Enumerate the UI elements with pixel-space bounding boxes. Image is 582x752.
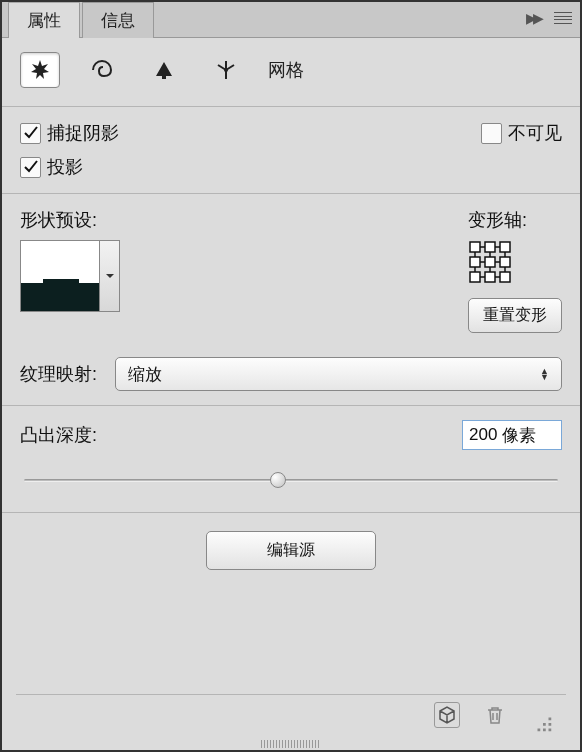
tab-info[interactable]: 信息 xyxy=(82,2,154,38)
deform-axis-grid[interactable] xyxy=(468,240,512,284)
capture-shadow-checkbox[interactable] xyxy=(20,123,41,144)
shape-section: 形状预设: 变形轴: xyxy=(2,194,580,406)
coords-tool-button[interactable] xyxy=(206,52,246,88)
svg-rect-8 xyxy=(485,272,495,282)
texture-mapping-label: 纹理映射: xyxy=(20,362,97,386)
render-settings-button[interactable] xyxy=(434,702,460,728)
reset-deform-button[interactable]: 重置变形 xyxy=(468,298,562,333)
svg-rect-24 xyxy=(549,723,552,726)
edit-source-button[interactable]: 编辑源 xyxy=(206,531,376,570)
panel-footer xyxy=(16,694,566,734)
svg-point-0 xyxy=(224,68,228,72)
cube-icon xyxy=(436,704,458,726)
svg-rect-27 xyxy=(549,729,552,732)
svg-rect-22 xyxy=(549,718,552,721)
cast-shadow-label: 投影 xyxy=(47,155,83,179)
delete-button[interactable] xyxy=(482,702,508,728)
svg-rect-2 xyxy=(485,242,495,252)
cast-shadow-checkbox[interactable] xyxy=(20,157,41,178)
panel-menu-icon[interactable] xyxy=(554,11,572,25)
extrude-depth-label: 凸出深度: xyxy=(20,423,97,447)
star-burst-icon xyxy=(28,58,52,82)
deform-axis-label: 变形轴: xyxy=(468,208,562,232)
toolbar-label: 网格 xyxy=(268,58,304,82)
extrude-icon xyxy=(152,58,176,82)
mode-toolbar: 网格 xyxy=(2,38,580,107)
shape-preset-dropdown[interactable] xyxy=(100,240,120,312)
svg-rect-6 xyxy=(500,257,510,267)
slider-thumb[interactable] xyxy=(270,472,286,488)
texture-mapping-select[interactable]: 缩放 ▲▼ xyxy=(115,357,562,391)
properties-panel: 思缘设计论坛 WWW.MISSYUAN.COM 属性 信息 ▶▶ 网格 xyxy=(0,0,582,752)
svg-rect-25 xyxy=(538,729,541,732)
deform-tool-button[interactable] xyxy=(82,52,122,88)
check-icon xyxy=(23,159,39,175)
capture-shadow-label: 捕捉阴影 xyxy=(47,121,119,145)
invisible-checkbox[interactable] xyxy=(481,123,502,144)
texture-mapping-value: 缩放 xyxy=(128,363,162,386)
cap-tool-button[interactable] xyxy=(144,52,184,88)
shape-preset-label: 形状预设: xyxy=(20,208,120,232)
axis-icon xyxy=(214,58,238,82)
select-arrows-icon: ▲▼ xyxy=(540,368,549,380)
resize-grip[interactable] xyxy=(530,710,556,736)
resize-grip-icon xyxy=(532,712,554,734)
extrude-depth-slider[interactable] xyxy=(24,468,558,492)
depth-section: 凸出深度: 200 像素 xyxy=(2,406,580,513)
panel-drag-handle[interactable] xyxy=(261,740,321,748)
shadow-section: 捕捉阴影 不可见 投影 xyxy=(2,107,580,194)
svg-rect-1 xyxy=(470,242,480,252)
swirl-icon xyxy=(90,58,114,82)
svg-rect-26 xyxy=(543,729,546,732)
svg-rect-23 xyxy=(543,723,546,726)
shape-preset-thumbnail[interactable] xyxy=(20,240,100,312)
check-icon xyxy=(23,125,39,141)
extrude-depth-input[interactable]: 200 像素 xyxy=(462,420,562,450)
svg-rect-4 xyxy=(470,257,480,267)
invisible-label: 不可见 xyxy=(508,121,562,145)
edit-source-section: 编辑源 xyxy=(2,513,580,598)
mesh-tool-button[interactable] xyxy=(20,52,60,88)
chevron-down-icon xyxy=(105,271,115,281)
svg-rect-3 xyxy=(500,242,510,252)
svg-rect-9 xyxy=(500,272,510,282)
slider-track xyxy=(24,479,558,482)
svg-rect-5 xyxy=(485,257,495,267)
svg-rect-7 xyxy=(470,272,480,282)
trash-icon xyxy=(484,704,506,726)
tab-bar: 属性 信息 ▶▶ xyxy=(2,2,580,38)
collapse-icon[interactable]: ▶▶ xyxy=(526,10,540,26)
tab-properties[interactable]: 属性 xyxy=(8,2,80,38)
